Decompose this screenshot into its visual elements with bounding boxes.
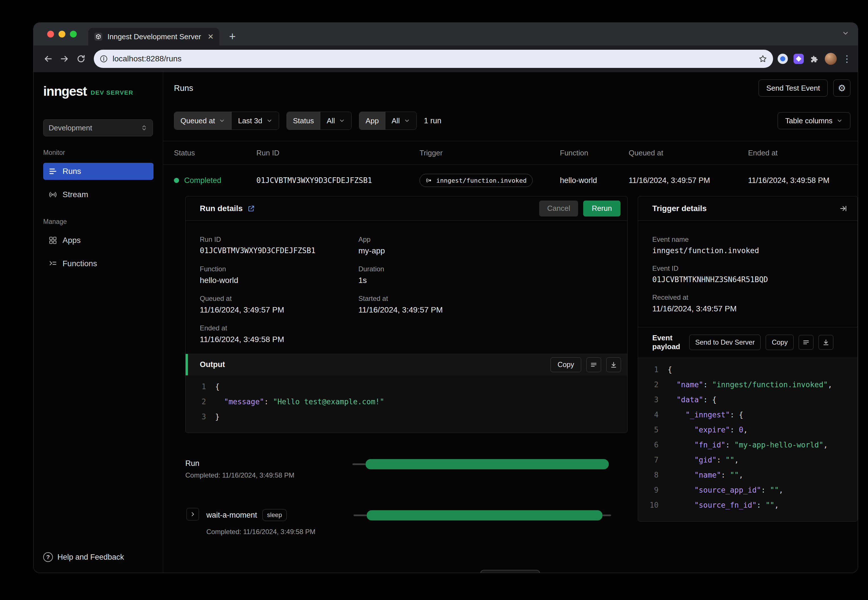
payload-scroll-bottom-button[interactable] — [819, 335, 833, 350]
new-tab-button[interactable]: + — [229, 30, 236, 42]
forward-icon — [60, 54, 69, 64]
event-id-value: 01JCVBTMTKNHNHZ3SN64R51BQD — [652, 275, 849, 284]
send-to-dev-server-button[interactable]: Send to Dev Server — [689, 335, 760, 350]
site-info-icon[interactable] — [100, 55, 108, 63]
event-id-label: Event ID — [652, 265, 849, 273]
sidebar-item-stream[interactable]: Stream — [43, 186, 153, 203]
sidebar-item-label: Runs — [62, 167, 81, 176]
trigger-details-fields: Event name inngest/function.invoked Even… — [638, 221, 857, 314]
stream-icon — [48, 190, 58, 199]
chevron-updown-icon — [141, 124, 147, 131]
address-bar[interactable]: localhost:8288/runs — [94, 50, 773, 68]
tab-title: Inngest Development Server — [108, 32, 203, 41]
tab-search-button[interactable] — [842, 30, 849, 37]
inngest-app: inngest DEV SERVER Development Monitor R… — [33, 72, 858, 573]
ended-at-cell: 11/16/2024, 3:49:58 PM — [748, 176, 850, 185]
queued-at-value: 11/16/2024, 3:49:57 PM — [200, 305, 358, 315]
function-label: Function — [200, 265, 358, 273]
browser-window: Inngest Development Server ✕ + localhost… — [33, 23, 858, 573]
cancel-button[interactable]: Cancel — [539, 201, 578, 217]
payload-wrap-button[interactable] — [799, 335, 813, 350]
table-columns-button[interactable]: Table columns — [778, 112, 850, 129]
column-header-ended-at[interactable]: Ended at — [748, 148, 850, 158]
chevron-down-icon — [404, 118, 410, 124]
output-copy-button[interactable]: Copy — [551, 358, 581, 372]
help-and-feedback[interactable]: ? Help and Feedback — [43, 552, 124, 562]
send-test-event-button[interactable]: Send Test Event — [759, 80, 828, 97]
run-detail-area: Run details Cancel Rerun Run ID 01JCVBTM… — [185, 196, 858, 542]
chevron-down-icon — [842, 30, 849, 37]
payload-copy-button[interactable]: Copy — [766, 335, 794, 350]
trigger-cell: inngest/function.invoked — [419, 174, 560, 187]
external-link-icon[interactable] — [247, 205, 255, 212]
sidebar-item-runs[interactable]: Runs — [43, 163, 153, 180]
status-filter-value[interactable]: All — [320, 112, 351, 130]
column-header-function[interactable]: Function — [560, 148, 629, 158]
section-label-manage: Manage — [43, 218, 163, 226]
event-name-label: Event name — [652, 235, 849, 244]
sidebar-item-functions[interactable]: Functions — [43, 255, 153, 272]
settings-button[interactable]: ⚙ — [833, 80, 850, 97]
arrow-down-to-line-icon — [610, 361, 617, 368]
chevron-down-icon — [219, 118, 225, 124]
environment-select[interactable]: Development — [43, 119, 153, 136]
step-name: wait-a-moment — [206, 511, 257, 520]
time-field-button[interactable]: Queued at — [174, 112, 231, 130]
run-details-fields: Run ID 01JCVBTMV3WXY9D3CFDEJFZSB1 App my… — [185, 221, 627, 344]
step-expand-button[interactable] — [187, 508, 199, 520]
bookmark-star-icon[interactable] — [758, 54, 767, 64]
zoom-window-button[interactable] — [70, 31, 77, 38]
time-range-button[interactable]: Last 3d — [231, 112, 279, 130]
status-filter-label[interactable]: Status — [287, 112, 320, 130]
column-header-status[interactable]: Status — [174, 148, 256, 158]
browser-tab[interactable]: Inngest Development Server ✕ — [88, 28, 219, 45]
rerun-button[interactable]: Rerun — [583, 201, 621, 217]
chevron-right-icon — [190, 511, 196, 517]
output-scroll-bottom-button[interactable] — [606, 358, 621, 372]
started-at-label: Started at — [358, 295, 622, 303]
event-payload-title: Event payload — [652, 333, 684, 351]
output-status-accent — [185, 354, 188, 375]
extension-icon-1[interactable] — [778, 54, 788, 64]
app-filter-value[interactable]: All — [385, 112, 416, 130]
extension-icon-2[interactable] — [794, 54, 804, 64]
profile-avatar[interactable] — [825, 53, 837, 65]
ended-at-value: 11/16/2024, 3:49:58 PM — [200, 335, 358, 344]
extensions-puzzle-icon[interactable] — [809, 54, 819, 64]
run-details-title: Run details — [200, 204, 243, 213]
forward-button[interactable] — [56, 51, 73, 67]
output-wrap-button[interactable] — [586, 358, 601, 372]
partially-visible-button[interactable] — [480, 570, 540, 573]
help-icon: ? — [43, 552, 53, 562]
reload-button[interactable] — [73, 51, 89, 67]
browser-menu-button[interactable]: ⋮ — [842, 53, 851, 64]
timeline-step-completed: Completed: 11/16/2024, 3:49:58 PM — [206, 528, 316, 536]
step-trail-dash — [602, 515, 611, 516]
trigger-pill[interactable]: inngest/function.invoked — [419, 174, 533, 187]
close-window-button[interactable] — [47, 31, 54, 38]
sidebar-item-apps[interactable]: Apps — [43, 232, 153, 249]
collapse-panel-button[interactable] — [836, 201, 851, 216]
tab-favicon — [94, 32, 103, 41]
back-button[interactable] — [40, 51, 56, 67]
trigger-details-panel: Trigger details Event name inngest/funct… — [638, 196, 858, 521]
column-header-trigger[interactable]: Trigger — [419, 148, 560, 158]
sidebar: inngest DEV SERVER Development Monitor R… — [33, 72, 163, 573]
column-header-queued-at[interactable]: Queued at — [629, 148, 748, 158]
app-filter-label[interactable]: App — [359, 112, 385, 130]
app-link[interactable]: my-app — [358, 246, 622, 255]
apps-icon — [48, 236, 58, 245]
run-details-panel: Run details Cancel Rerun Run ID 01JCVBTM… — [185, 196, 628, 433]
minimize-window-button[interactable] — [59, 31, 65, 38]
back-icon — [43, 54, 53, 64]
ended-at-label: Ended at — [200, 324, 358, 332]
window-controls — [47, 31, 77, 38]
column-header-run-id[interactable]: Run ID — [256, 148, 419, 158]
main-content: Runs Send Test Event ⚙ Queued at Last 3d — [163, 72, 858, 573]
received-at-label: Received at — [652, 294, 849, 302]
step-progress-bar — [367, 510, 602, 520]
table-row[interactable]: Completed 01JCVBTMV3WXY9D3CFDEJFZSB1 inn… — [174, 165, 850, 196]
function-link[interactable]: hello-world — [200, 276, 358, 285]
tab-close-button[interactable]: ✕ — [208, 32, 214, 41]
dev-server-badge: DEV SERVER — [91, 89, 133, 96]
